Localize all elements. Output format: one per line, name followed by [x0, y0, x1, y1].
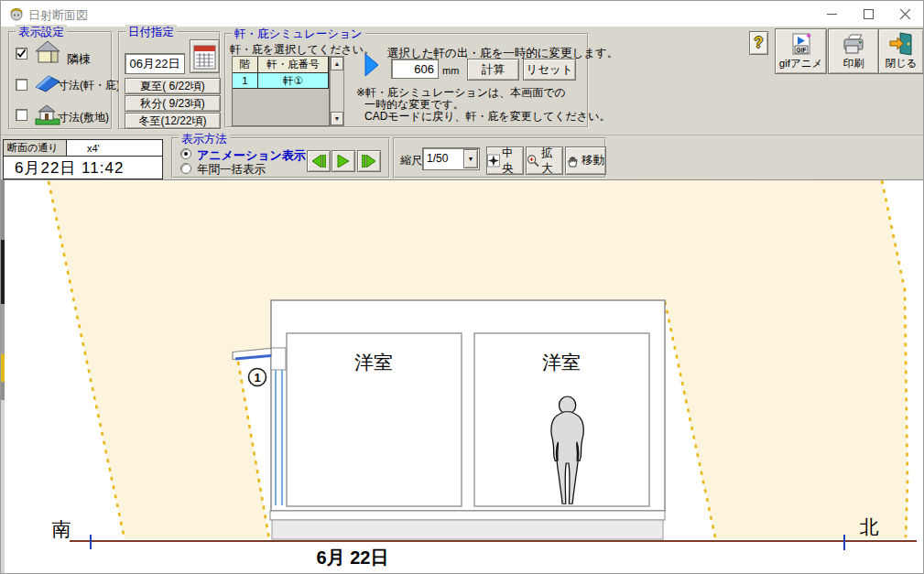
- window-title: 日射断面図: [28, 7, 88, 24]
- neighbor-building-checkbox[interactable]: [16, 48, 27, 60]
- view-toolbar: 断面の通り x4' 6月22日 11:42 表示方法 アニメーション表示 年間一…: [1, 135, 923, 180]
- window-head-box: [271, 348, 286, 370]
- eaves-simulation-group: 軒・庇シミュレーション 軒・庇を選択してください。 階 軒・庇番号 1 軒① ▲…: [224, 33, 589, 128]
- eaves-sim-title: 軒・庇シミュレーション: [232, 27, 365, 42]
- south-label: 南: [52, 518, 71, 539]
- app-window: 日射断面図 表示設定 隣棟: [0, 0, 924, 574]
- close-window-button[interactable]: [886, 1, 923, 27]
- table-scrollbar[interactable]: ▲ ▼: [330, 56, 344, 126]
- col-header-eave-number: 軒・庇番号: [258, 57, 329, 73]
- calendar-button[interactable]: [190, 39, 220, 73]
- zoom-in-button[interactable]: 拡大: [526, 146, 563, 175]
- magnifier-icon: [527, 154, 539, 168]
- summer-solstice-button[interactable]: 夏至( 6/22頃): [125, 78, 221, 94]
- scale-label: 縮尺: [400, 153, 422, 168]
- scale-select[interactable]: 1/50 ▼: [422, 147, 480, 170]
- section-drawing-canvas[interactable]: 洋室 洋室 1 南 北 6月 22日: [1, 180, 924, 574]
- app-icon: [8, 5, 25, 22]
- pan-label: 移動: [582, 153, 604, 168]
- eaves-table[interactable]: 階 軒・庇番号 1 軒①: [232, 56, 330, 126]
- yearly-radio-label: 年間一括表示: [197, 162, 266, 178]
- step-forward-icon: [362, 155, 376, 168]
- dim-eaves-label: 寸法(軒・庇): [58, 78, 120, 93]
- calc-button[interactable]: 計算: [467, 59, 519, 81]
- scroll-down-icon[interactable]: ▼: [331, 112, 343, 125]
- date-field[interactable]: 06月22日: [125, 53, 185, 74]
- close-icon: [900, 9, 910, 19]
- cell-floor: 1: [233, 73, 258, 89]
- floor-slab: [270, 511, 665, 520]
- pointer-arrow-icon: [364, 53, 380, 77]
- center-view-label: 中央: [502, 146, 523, 177]
- dropdown-arrow-icon[interactable]: ▼: [463, 149, 478, 168]
- minimize-button[interactable]: [813, 1, 850, 27]
- zoom-group: 縮尺 1/50 ▼ 中央 拡大 移動: [393, 137, 606, 179]
- help-icon: ?: [755, 35, 764, 51]
- pan-button[interactable]: 移動: [565, 146, 606, 175]
- animation-radio[interactable]: [180, 148, 191, 159]
- check-icon: [16, 49, 27, 59]
- foundation: [272, 520, 663, 539]
- step-back-icon: [311, 155, 326, 168]
- print-button[interactable]: 印刷: [828, 28, 879, 74]
- offset-input[interactable]: [391, 59, 439, 79]
- house-icon: [32, 38, 63, 66]
- dim-site-checkbox[interactable]: [16, 109, 27, 121]
- autumn-equinox-button[interactable]: 秋分( 9/23頃): [125, 95, 221, 112]
- room-right-label: 洋室: [542, 352, 581, 373]
- door-exit-icon: [888, 32, 914, 56]
- neighbor-building-label: 隣棟: [67, 51, 91, 68]
- maximize-icon: [864, 9, 874, 19]
- gif-icon: GIF: [789, 32, 813, 56]
- scale-value: 1/50: [427, 152, 448, 165]
- winter-solstice-button[interactable]: 冬至(12/22頃): [125, 113, 221, 129]
- offset-unit-label: mm: [442, 65, 459, 76]
- step-back-button[interactable]: [307, 150, 331, 172]
- display-method-title: 表示方法: [179, 132, 230, 147]
- svg-text:GIF: GIF: [796, 47, 806, 53]
- north-label: 北: [860, 516, 879, 537]
- close-dialog-label: 閉じる: [885, 57, 917, 70]
- title-bar: 日射断面図: [1, 1, 923, 27]
- help-button[interactable]: ?: [749, 31, 768, 55]
- reset-button[interactable]: リセット: [523, 59, 576, 81]
- eave-number-label: 1: [254, 371, 260, 384]
- maximize-button[interactable]: [850, 1, 886, 27]
- left-edge-strip: [1, 180, 5, 574]
- yearly-radio[interactable]: [180, 163, 191, 174]
- col-header-floor: 階: [233, 57, 258, 73]
- dim-site-label: 寸法(敷地): [58, 110, 109, 125]
- sim-note-line3: CADモードに戻り、軒・庇を変更してください。: [364, 109, 610, 125]
- scroll-up-icon[interactable]: ▲: [331, 57, 343, 70]
- canvas-date-label: 6月 22日: [317, 547, 389, 568]
- main-toolbar: 表示設定 隣棟 寸法(軒・庇): [1, 27, 923, 135]
- center-icon: [487, 154, 500, 168]
- room-left-label: 洋室: [354, 352, 393, 373]
- section-value-cell: x4': [66, 139, 163, 157]
- current-datetime: 6月22日 11:42: [3, 156, 163, 179]
- section-drawing: 洋室 洋室 1 南 北 6月 22日: [1, 180, 924, 574]
- display-method-group: 表示方法 アニメーション表示 年間一括表示: [171, 137, 390, 179]
- date-group-title: 日付指定: [125, 25, 177, 40]
- zoom-in-label: 拡大: [541, 146, 562, 177]
- play-button[interactable]: [332, 150, 355, 172]
- calendar-icon: [193, 44, 216, 70]
- section-label-cell: 断面の通り: [3, 139, 67, 157]
- table-row[interactable]: 1 軒①: [233, 73, 329, 89]
- center-view-button[interactable]: 中央: [486, 146, 524, 175]
- date-group: 日付指定 06月22日 夏至( 6/22頃) 秋分( 9/23頃) 冬至(12: [118, 31, 221, 130]
- print-label: 印刷: [843, 57, 864, 70]
- display-settings-group: 表示設定 隣棟 寸法(軒・庇): [8, 31, 113, 130]
- cell-eave-number: 軒①: [258, 73, 329, 89]
- gif-anime-button[interactable]: GIF gifアニメ: [775, 28, 827, 74]
- hand-icon: [567, 154, 580, 168]
- dim-eaves-checkbox[interactable]: [16, 79, 27, 91]
- gif-anime-label: gifアニメ: [779, 57, 822, 70]
- printer-icon: [841, 32, 866, 56]
- close-dialog-button[interactable]: 閉じる: [878, 28, 924, 74]
- minimize-icon: [827, 9, 837, 19]
- play-icon: [337, 155, 350, 168]
- step-forward-button[interactable]: [357, 150, 381, 172]
